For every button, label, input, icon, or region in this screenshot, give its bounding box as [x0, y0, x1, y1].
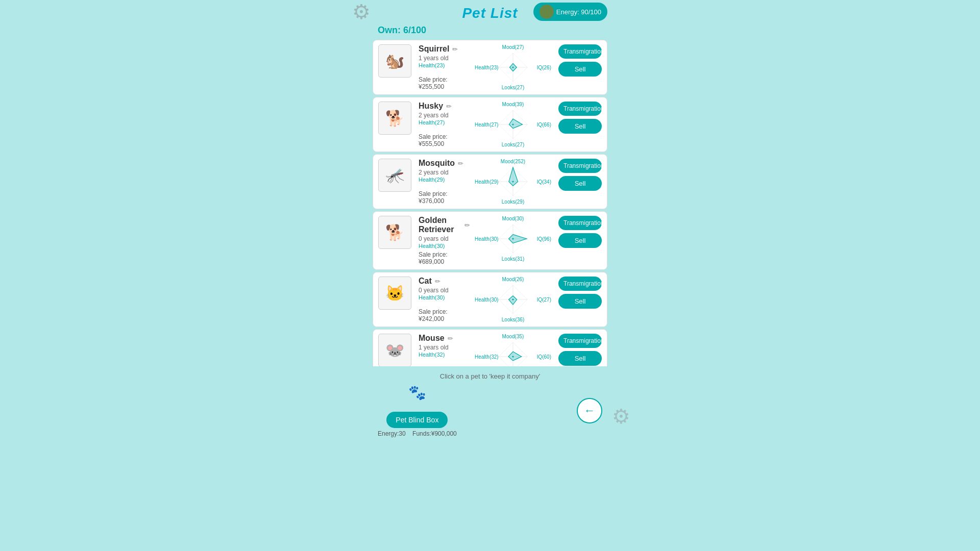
stat-mood-4: Mood(30)	[502, 216, 524, 221]
stat-iq-2: IQ(66)	[537, 122, 551, 128]
pet-name-row-4: Golden Retriever ✏	[419, 216, 470, 234]
transmigration-button-4[interactable]: Transmigration	[558, 216, 602, 230]
pet-age-6: 1 years old	[419, 344, 470, 351]
stat-looks-3: Looks(29)	[502, 199, 524, 205]
pet-age-2: 2 years old	[419, 112, 470, 119]
pet-name-row-2: Husky ✏	[419, 102, 470, 111]
stat-mood-2: Mood(39)	[502, 102, 524, 107]
back-button[interactable]: ←	[577, 398, 602, 423]
stat-iq-3: IQ(34)	[537, 179, 551, 185]
transmigration-button-2[interactable]: Transmigration	[558, 102, 602, 116]
edit-icon-6[interactable]: ✏	[448, 335, 453, 342]
stat-iq-4: IQ(96)	[537, 236, 551, 242]
edit-icon-3[interactable]: ✏	[458, 160, 463, 167]
pet-age-3: 2 years old	[419, 169, 470, 176]
pet-health-6: Health(32)	[419, 352, 470, 358]
stat-looks-5: Looks(36)	[502, 317, 524, 322]
pet-health-1: Health(23)	[419, 62, 470, 68]
sell-button-1[interactable]: Sell	[558, 62, 602, 77]
game-container: ⚙ Pet List Energy: 90/100 Own: 6/100 🐿️ …	[373, 0, 607, 443]
svg-point-24	[512, 298, 513, 300]
bottom-bar: Click on a pet to 'keep it company' 🐾 Pe…	[373, 366, 607, 443]
action-buttons-1: Transmigration Sell	[556, 44, 602, 77]
bottom-actions: 🐾 Pet Blind Box Energy:30 Funds:¥900,000…	[373, 382, 607, 439]
pet-image-6: 🐭	[378, 334, 411, 366]
sell-button-3[interactable]: Sell	[558, 176, 602, 191]
pet-image-5: 🐱	[378, 277, 411, 310]
click-hint: Click on a pet to 'keep it company'	[373, 370, 607, 382]
sale-price-2: Sale price: ¥555,500	[416, 133, 470, 147]
funds-amount: Funds:¥900,000	[412, 430, 457, 437]
pet-info-1: Squirrel ✏ 1 years old Health(23)	[416, 44, 470, 68]
edit-icon-5[interactable]: ✏	[435, 278, 440, 285]
pet-health-4: Health(30)	[419, 243, 470, 249]
sale-price-5: Sale price: ¥242,000	[416, 308, 470, 322]
pet-name-6: Mouse	[419, 334, 445, 343]
pet-info-4: Golden Retriever ✏ 0 years old Health(30…	[416, 216, 470, 249]
transmigration-button-3[interactable]: Transmigration	[558, 159, 602, 173]
sell-button-4[interactable]: Sell	[558, 233, 602, 248]
pet-card-6[interactable]: 🐭 Mouse ✏ 1 years old Health(32) Sale pr…	[373, 329, 607, 366]
stat-mood-3: Mood(252)	[501, 159, 525, 164]
decorative-gear-left: ⚙	[352, 0, 371, 23]
blind-box-area: 🐾 Pet Blind Box Energy:30 Funds:¥900,000	[378, 384, 457, 437]
sell-button-2[interactable]: Sell	[558, 119, 602, 134]
stats-chart-6: Mood(35) Health(32) IQ(60) Looks(28)	[472, 334, 554, 366]
pet-name-row-1: Squirrel ✏	[419, 44, 470, 54]
stats-chart-1: Mood(27) Health(23) IQ(26) Looks(27)	[472, 44, 554, 90]
edit-icon-4[interactable]: ✏	[464, 221, 470, 229]
svg-marker-8	[509, 119, 522, 128]
sell-button-6[interactable]: Sell	[558, 351, 602, 366]
stat-iq-1: IQ(26)	[537, 65, 551, 70]
own-count: Own: 6/100	[373, 24, 607, 40]
stat-health-5: Health(30)	[475, 297, 499, 303]
decorative-gear-right: ⚙	[612, 405, 630, 428]
sell-button-5[interactable]: Sell	[558, 294, 602, 309]
transmigration-button-5[interactable]: Transmigration	[558, 277, 602, 291]
edit-icon-1[interactable]: ✏	[452, 45, 458, 53]
pet-card-3[interactable]: 🦟 Mosquito ✏ 2 years old Health(29) Sale…	[373, 154, 607, 209]
pet-list: 🐿️ Squirrel ✏ 1 years old Health(23) Sal…	[373, 40, 607, 366]
svg-marker-18	[509, 235, 527, 243]
action-buttons-3: Transmigration Sell	[556, 159, 602, 191]
svg-marker-28	[508, 352, 522, 361]
pet-health-3: Health(29)	[419, 177, 470, 183]
pet-card-2[interactable]: 🐕 Husky ✏ 2 years old Health(27) Sale pr…	[373, 97, 607, 152]
pet-name-row-5: Cat ✏	[419, 277, 470, 286]
pet-card-5[interactable]: 🐱 Cat ✏ 0 years old Health(30) Sale pric…	[373, 272, 607, 327]
edit-icon-2[interactable]: ✏	[446, 103, 452, 110]
stat-looks-2: Looks(27)	[502, 142, 524, 147]
sale-price-3: Sale price: ¥376,000	[416, 190, 470, 205]
pet-image-2: 🐕	[378, 102, 411, 135]
transmigration-button-6[interactable]: Transmigration	[558, 334, 602, 348]
svg-point-19	[512, 238, 513, 239]
energy-label: Energy: 90/100	[556, 8, 601, 16]
transmigration-button-1[interactable]: Transmigration	[558, 44, 602, 59]
pet-name-2: Husky	[419, 102, 443, 111]
pet-name-row-3: Mosquito ✏	[419, 159, 470, 168]
pet-age-5: 0 years old	[419, 287, 470, 294]
pet-info-6: Mouse ✏ 1 years old Health(32)	[416, 334, 470, 358]
pet-name-4: Golden Retriever	[419, 216, 461, 234]
action-buttons-5: Transmigration Sell	[556, 277, 602, 309]
stat-mood-6: Mood(35)	[502, 334, 524, 339]
stats-chart-3: Mood(252) Health(29) IQ(34) Looks(29)	[472, 159, 554, 205]
stat-mood-5: Mood(26)	[502, 277, 524, 282]
blind-box-button[interactable]: Pet Blind Box	[386, 412, 448, 428]
stat-health-2: Health(27)	[475, 122, 499, 128]
pet-image-4: 🐕	[378, 216, 411, 249]
action-buttons-2: Transmigration Sell	[556, 102, 602, 134]
energy-badge: Energy: 90/100	[533, 3, 607, 21]
pet-health-2: Health(27)	[419, 119, 470, 126]
stat-iq-5: IQ(27)	[537, 297, 551, 303]
pet-image-1: 🐿️	[378, 44, 411, 78]
pet-card-4[interactable]: 🐕 Golden Retriever ✏ 0 years old Health(…	[373, 211, 607, 270]
stat-mood-1: Mood(27)	[502, 44, 524, 50]
svg-point-4	[512, 66, 513, 68]
header: Pet List Energy: 90/100	[373, 0, 607, 24]
stat-iq-6: IQ(60)	[537, 354, 551, 360]
pet-card-1[interactable]: 🐿️ Squirrel ✏ 1 years old Health(23) Sal…	[373, 40, 607, 95]
action-buttons-6: Transmigration Sell	[556, 334, 602, 366]
action-buttons-4: Transmigration Sell	[556, 216, 602, 248]
stat-health-3: Health(29)	[475, 179, 499, 185]
